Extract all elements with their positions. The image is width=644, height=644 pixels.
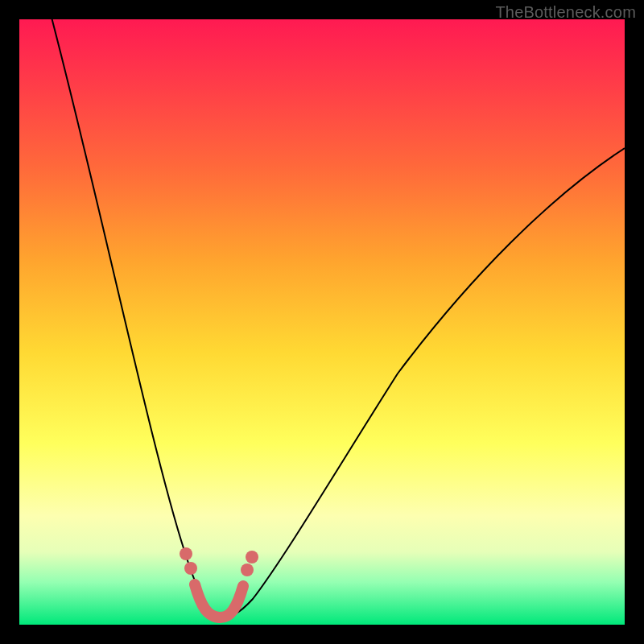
marker-dot-right-upper [241,564,254,576]
watermark-text: TheBottleneck.com [495,3,636,22]
bottleneck-curve-line [43,19,625,617]
bottleneck-chart [19,19,625,625]
marker-dot-right-lower [246,551,258,564]
marker-dot-left-upper [180,547,192,560]
chart-frame [19,19,625,625]
optimal-range-marker [195,584,243,617]
marker-dot-left-lower [184,562,197,575]
